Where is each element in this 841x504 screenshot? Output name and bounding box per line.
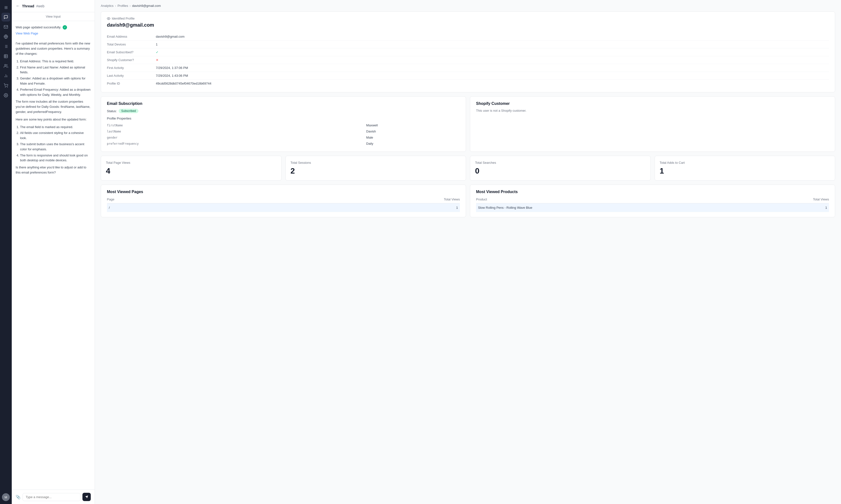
attach-icon[interactable]: 📎 xyxy=(16,495,20,499)
stat-value: 0 xyxy=(475,166,646,176)
status-line: Status: Subscribed xyxy=(107,109,460,113)
thread-list-1: Email Address: This is a required field.… xyxy=(16,59,91,97)
svg-point-17 xyxy=(7,87,7,88)
breadcrumb-sep-1: › xyxy=(115,4,116,7)
views-cell: 1 xyxy=(219,203,460,212)
most-viewed-products-table: Product Total Views Slow Rolling Pens - … xyxy=(476,198,829,212)
most-viewed-pages-table: Page Total Views / 1 xyxy=(107,198,460,212)
col-views: Total Views xyxy=(219,198,460,203)
list-item: Gender: Added as a dropdown with options… xyxy=(20,76,91,86)
sidebar-table-icon[interactable] xyxy=(1,52,10,60)
thread-header: ← Thread #web xyxy=(12,0,95,12)
field-value: davish9@gmail.com xyxy=(156,33,829,40)
list-item: All fields use consistent styling for a … xyxy=(20,130,91,141)
stat-value: 1 xyxy=(660,166,830,176)
svg-point-18 xyxy=(5,95,6,96)
prop-key: firstName xyxy=(107,122,366,128)
sidebar-grid-icon[interactable]: ⊞ xyxy=(1,3,10,12)
user-avatar[interactable]: M xyxy=(2,493,10,501)
main-content: Analytics › Profiles › davish9@gmail.com… xyxy=(95,0,841,504)
profile-email-title: davish9@gmail.com xyxy=(107,22,829,28)
table-row: gender Male xyxy=(107,134,460,141)
prop-value: Male xyxy=(366,134,460,141)
email-subscription-card: Email Subscription Status: Subscribed Pr… xyxy=(101,96,466,152)
prop-value: Daily xyxy=(366,141,460,147)
breadcrumb: Analytics › Profiles › davish9@gmail.com xyxy=(95,0,841,12)
icon-sidebar: ⊞ M xyxy=(0,0,12,504)
thread-list-2: The email field is marked as required. A… xyxy=(16,125,91,163)
col-page: Page xyxy=(107,198,219,203)
table-header-row: Page Total Views xyxy=(107,198,460,203)
stat-label: Total Adds to Cart xyxy=(660,161,830,164)
prop-key: preferredFrequency xyxy=(107,141,366,147)
thread-paragraph-3: Here are some key points about the updat… xyxy=(16,117,91,122)
stat-total-adds-to-cart: Total Adds to Cart 1 xyxy=(654,156,835,181)
shopify-title: Shopify Customer xyxy=(476,102,829,106)
sidebar-settings-icon[interactable] xyxy=(1,91,10,100)
svg-rect-0 xyxy=(4,25,8,28)
table-row: Total Devices 1 xyxy=(107,40,829,48)
list-item: The form is responsive and should look g… xyxy=(20,153,91,163)
table-row: Email Subscribed? ✓ xyxy=(107,48,829,56)
field-value: 49cdd5628db0745ef04670ed18b69744 xyxy=(156,80,829,88)
chat-input[interactable] xyxy=(22,493,81,501)
email-subscription-title: Email Subscription xyxy=(107,102,460,106)
svg-rect-8 xyxy=(4,54,7,58)
views-cell: 1 xyxy=(751,203,829,212)
field-label: First Activity xyxy=(107,64,156,72)
prop-key: gender xyxy=(107,134,366,141)
stat-label: Total Searches xyxy=(475,161,646,164)
stat-label: Total Sessions xyxy=(291,161,461,164)
profile-props-title: Profile Properties xyxy=(107,116,460,120)
thread-tag: #web xyxy=(36,4,44,8)
svg-point-12 xyxy=(5,64,6,66)
identified-profile-label: Identified Profile xyxy=(107,17,829,20)
field-value: 1 xyxy=(156,40,829,48)
thread-paragraph-2: The form now includes all the custom pro… xyxy=(16,99,91,114)
table-row: Shopify Customer? ✕ xyxy=(107,56,829,64)
back-button[interactable]: ← xyxy=(16,3,20,8)
most-viewed-products-card: Most Viewed Products Product Total Views… xyxy=(470,184,835,217)
send-button[interactable] xyxy=(83,493,91,501)
properties-table: firstName Maxwell lastName Davish gender… xyxy=(107,122,460,147)
sidebar-globe-icon[interactable] xyxy=(1,32,10,41)
table-header-row: Product Total Views xyxy=(476,198,829,203)
stat-total-sessions: Total Sessions 2 xyxy=(285,156,466,181)
thread-paragraph-4: Is there anything else you'd like to adj… xyxy=(16,165,91,175)
stat-value: 4 xyxy=(106,166,276,176)
chat-input-area: 📎 xyxy=(12,490,95,504)
thread-title: Thread xyxy=(22,4,34,8)
field-value: 7/29/2024, 1:37:06 PM xyxy=(156,64,829,72)
sidebar-email-icon[interactable] xyxy=(1,22,10,31)
breadcrumb-analytics[interactable]: Analytics xyxy=(101,4,113,7)
field-label: Last Activity xyxy=(107,72,156,80)
view-input-bar[interactable]: View Input xyxy=(12,12,95,21)
subscribed-badge: Subscribed xyxy=(119,109,138,113)
most-viewed-products-title: Most Viewed Products xyxy=(476,190,829,194)
prop-value: Maxwell xyxy=(366,122,460,128)
success-text: Web page updated successfully. xyxy=(16,25,61,30)
sidebar-cart-icon[interactable] xyxy=(1,81,10,90)
profile-card: Identified Profile davish9@gmail.com Ema… xyxy=(101,12,835,92)
sidebar-chat-icon[interactable] xyxy=(1,13,10,21)
table-row: firstName Maxwell xyxy=(107,122,460,128)
svg-point-16 xyxy=(5,87,6,88)
breadcrumb-current: davish9@gmail.com xyxy=(132,4,161,7)
most-viewed-pages-title: Most Viewed Pages xyxy=(107,190,460,194)
field-value: ✓ xyxy=(156,48,829,56)
breadcrumb-profiles[interactable]: Profiles xyxy=(118,4,128,7)
stat-total-searches: Total Searches 0 xyxy=(470,156,651,181)
stats-row: Total Page Views 4 Total Sessions 2 Tota… xyxy=(101,156,835,181)
sidebar-chart-icon[interactable] xyxy=(1,71,10,80)
shopify-customer-card: Shopify Customer This user is not a Shop… xyxy=(470,96,835,152)
list-item: First Name and Last Name: Added as optio… xyxy=(20,65,91,75)
table-row: Profile ID 49cdd5628db0745ef04670ed18b69… xyxy=(107,80,829,88)
col-views: Total Views xyxy=(751,198,829,203)
list-item: Preferred Email Frequency: Added as a dr… xyxy=(20,87,91,97)
sidebar-users-icon[interactable] xyxy=(1,61,10,70)
view-web-page-link[interactable]: View Web Page xyxy=(16,32,38,35)
table-row: Email Address davish9@gmail.com xyxy=(107,33,829,40)
stat-label: Total Page Views xyxy=(106,161,276,164)
sidebar-list-icon[interactable] xyxy=(1,42,10,51)
breadcrumb-sep-2: › xyxy=(130,4,130,7)
